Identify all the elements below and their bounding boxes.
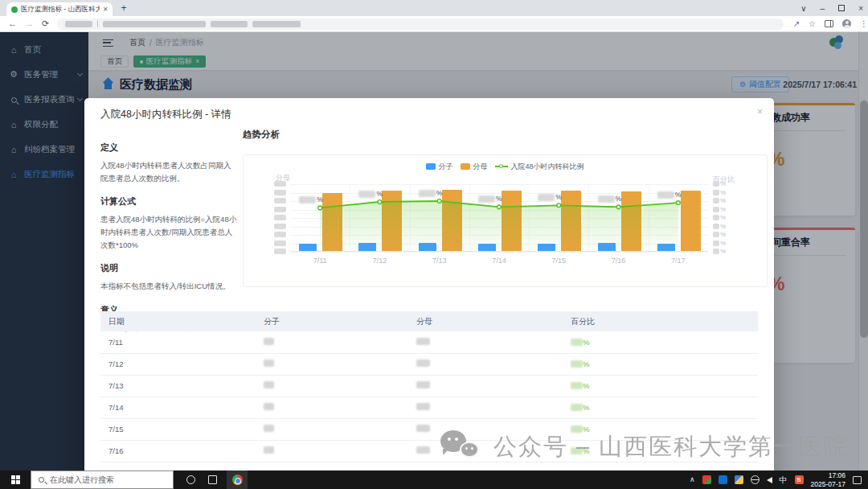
cell-denominator-redacted bbox=[408, 418, 563, 440]
left-tick-redacted bbox=[274, 207, 286, 212]
left-tick-redacted bbox=[274, 215, 286, 220]
taskbar-clock[interactable]: 17:06 2025-07-17 bbox=[811, 471, 845, 488]
task-view-button[interactable] bbox=[208, 475, 217, 484]
cell-denominator-redacted bbox=[408, 353, 563, 375]
legend-item[interactable]: 入院48小时内转科比例 bbox=[495, 162, 583, 172]
cell-percent: % bbox=[563, 331, 758, 353]
forward-button[interactable]: → bbox=[25, 19, 34, 28]
url-redacted-segment bbox=[211, 21, 248, 27]
right-tick-suffix: % bbox=[720, 197, 726, 204]
right-tick-suffix: % bbox=[720, 240, 726, 247]
cell-numerator-redacted bbox=[256, 375, 408, 397]
taskbar-search-input[interactable]: 在此键入进行搜索 bbox=[31, 471, 174, 489]
tray-chevron-icon[interactable]: ∧ bbox=[690, 476, 695, 483]
table-header-百分比: 百分比 bbox=[563, 311, 758, 331]
cell-numerator-redacted bbox=[256, 440, 408, 462]
sogou-ime-icon[interactable]: S bbox=[795, 475, 804, 484]
chrome-taskbar-button[interactable] bbox=[227, 471, 248, 489]
url-bar[interactable] bbox=[57, 18, 783, 30]
data-label-suffix: % bbox=[317, 195, 323, 203]
cortana-button[interactable] bbox=[186, 475, 195, 484]
window-chevron-icon[interactable]: ∨ bbox=[800, 4, 806, 13]
tab-close-icon[interactable]: × bbox=[103, 6, 108, 14]
url-redacted-segment bbox=[103, 21, 206, 27]
data-label-blur-chip bbox=[299, 196, 316, 203]
search-icon bbox=[39, 477, 44, 483]
cell-denominator-redacted bbox=[408, 375, 563, 397]
gridline bbox=[290, 252, 708, 253]
left-tick-redacted bbox=[274, 181, 286, 187]
x-axis-label: 7/16 bbox=[612, 257, 626, 265]
profile-avatar[interactable] bbox=[842, 19, 851, 28]
value-blur-chip bbox=[264, 360, 274, 367]
right-tick-redacted bbox=[713, 240, 719, 246]
x-axis-label: 7/14 bbox=[492, 257, 506, 265]
table-row: 7/11% bbox=[100, 331, 758, 353]
chart-plot-area: 7/117/127/137/147/157/167/17%%%%%%% bbox=[290, 184, 708, 252]
browser-menu-icon[interactable]: ⋮ bbox=[860, 20, 868, 28]
left-tick-redacted bbox=[274, 224, 286, 229]
right-tick-redacted bbox=[713, 198, 719, 203]
left-tick-redacted bbox=[274, 190, 286, 195]
left-tick-redacted bbox=[274, 249, 286, 254]
cell-numerator-redacted bbox=[256, 418, 408, 440]
volume-icon[interactable] bbox=[767, 477, 772, 483]
x-axis-label: 7/17 bbox=[671, 257, 686, 265]
legend-item[interactable]: 分子 bbox=[426, 162, 452, 172]
antivirus-tray-icon[interactable] bbox=[702, 475, 711, 484]
data-label-blur-chip bbox=[538, 194, 555, 201]
table-header-分母: 分母 bbox=[408, 311, 563, 331]
cell-numerator-redacted bbox=[256, 331, 408, 353]
daily-values-table: 日期分子分母百分比 7/11%7/12%7/13%7/14%7/15%7/16% bbox=[100, 311, 758, 462]
tab-title: 医疗监测指标 - 山西医科大学第… bbox=[21, 5, 100, 14]
data-label-suffix: % bbox=[376, 190, 383, 198]
legend-item[interactable]: 分母 bbox=[461, 162, 487, 172]
cell-percent: % bbox=[563, 397, 758, 418]
right-tick: % bbox=[713, 248, 726, 255]
new-tab-button[interactable]: + bbox=[117, 2, 130, 15]
data-label-blur-chip bbox=[657, 191, 674, 199]
right-tick-redacted bbox=[713, 190, 719, 195]
x-axis-label: 7/12 bbox=[373, 257, 387, 265]
right-tick: % bbox=[713, 189, 726, 196]
left-tick-redacted bbox=[274, 232, 286, 237]
modal-close-icon[interactable]: × bbox=[757, 106, 763, 117]
back-button[interactable]: ← bbox=[8, 19, 17, 28]
share-icon[interactable]: ↗ bbox=[793, 20, 800, 28]
cell-date: 7/12 bbox=[100, 353, 256, 375]
action-center-icon[interactable] bbox=[853, 476, 862, 484]
bookmark-star-icon[interactable]: ☆ bbox=[809, 20, 816, 28]
right-tick-suffix: % bbox=[720, 180, 726, 187]
value-blur-chip bbox=[416, 338, 430, 345]
trend-section-title: 趋势分析 bbox=[243, 129, 280, 141]
browser-tab[interactable]: 医疗监测指标 - 山西医科大学第… × bbox=[6, 2, 113, 16]
x-axis-label: 7/13 bbox=[432, 257, 447, 265]
folder-tray-icon[interactable] bbox=[735, 475, 743, 484]
data-label-blur-chip bbox=[419, 190, 436, 197]
data-label-suffix: % bbox=[616, 195, 622, 203]
percent-blur-chip bbox=[571, 425, 583, 433]
clock-date: 2025-07-17 bbox=[811, 480, 845, 489]
value-blur-chip bbox=[264, 381, 274, 388]
section-heading: 定义 bbox=[100, 142, 239, 154]
legend-line-marker bbox=[495, 163, 508, 169]
defender-shield-icon[interactable] bbox=[719, 475, 727, 484]
reload-button[interactable]: ⟳ bbox=[42, 19, 49, 28]
value-blur-chip bbox=[416, 360, 430, 367]
percent-suffix: % bbox=[583, 360, 589, 368]
window-minimize-button[interactable]: – bbox=[821, 4, 825, 13]
table-row: 7/15% bbox=[100, 418, 758, 440]
chrome-icon bbox=[232, 475, 243, 485]
value-blur-chip bbox=[264, 425, 274, 432]
window-close-button[interactable]: × bbox=[858, 4, 863, 13]
ime-language-indicator[interactable]: 中 bbox=[780, 476, 788, 484]
start-button[interactable] bbox=[11, 475, 21, 485]
percent-blur-chip bbox=[571, 447, 583, 454]
cell-percent: % bbox=[563, 440, 758, 462]
percent-suffix: % bbox=[583, 338, 589, 347]
percent-blur-chip bbox=[571, 339, 583, 346]
side-panel-icon[interactable] bbox=[825, 20, 833, 27]
network-globe-icon[interactable] bbox=[751, 475, 760, 484]
window-maximize-button[interactable] bbox=[838, 5, 845, 11]
modal-title: 入院48小时内转科比例 - 详情 bbox=[100, 108, 231, 121]
